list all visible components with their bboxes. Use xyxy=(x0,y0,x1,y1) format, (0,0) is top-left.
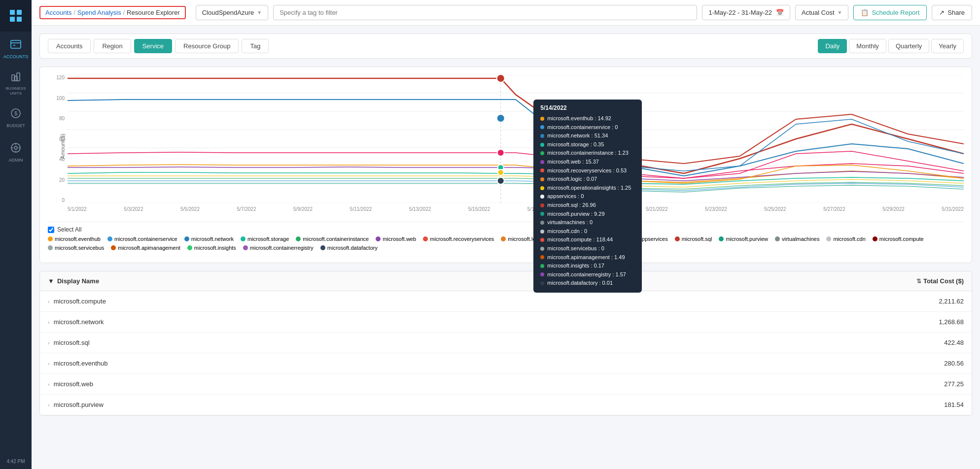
legend-item[interactable]: microsoft.compute xyxy=(873,236,924,242)
row-display-name: microsoft.eventhub xyxy=(54,360,108,367)
y-tick-20: 20 xyxy=(50,177,65,183)
legend-item[interactable]: microsoft.network xyxy=(184,236,234,242)
admin-icon xyxy=(10,142,21,156)
breadcrumb-accounts[interactable]: Accounts xyxy=(45,9,71,16)
legend-item-label: microsoft.eventhub xyxy=(55,236,101,242)
table-row[interactable]: › microsoft.eventhub 280.56 xyxy=(40,353,972,374)
row-display-name: microsoft.compute xyxy=(54,298,106,305)
expand-icon: › xyxy=(48,381,50,387)
x-label-3: 5/7/2022 xyxy=(237,206,256,212)
x-label-0: 5/1/2022 xyxy=(68,206,87,212)
tab-service[interactable]: Service xyxy=(134,39,172,53)
table-row[interactable]: › microsoft.web 277.25 xyxy=(40,374,972,395)
sidebar-item-accounts-label: ACCOUNTS xyxy=(3,54,29,59)
legend-color-dot xyxy=(187,245,192,250)
table-row[interactable]: › microsoft.network 1,268.68 xyxy=(40,312,972,333)
legend-item[interactable]: microsoft.recoveryservices xyxy=(423,236,494,242)
sidebar-item-business-units[interactable]: BUSINESS UNITS xyxy=(0,66,32,100)
share-button[interactable]: ↗ Share xyxy=(932,5,972,20)
tooltip-dot xyxy=(540,221,544,225)
tag-filter-input[interactable] xyxy=(273,5,697,20)
tooltip-service: microsoft.containerservice : 0 xyxy=(547,123,618,132)
legend-item[interactable]: microsoft.sql xyxy=(675,236,712,242)
row-cost: 422.48 xyxy=(944,339,964,346)
legend-item[interactable]: microsoft.cdn xyxy=(826,236,865,242)
period-monthly-button[interactable]: Monthly xyxy=(849,39,886,53)
period-yearly-button[interactable]: Yearly xyxy=(931,39,964,53)
chart-tooltip: 5/14/2022 microsoft.eventhub : 14.92 mic… xyxy=(533,100,642,293)
sidebar-item-accounts[interactable]: ACCOUNTS xyxy=(0,32,32,66)
sidebar: ACCOUNTS BUSINESS UNITS $ BUDGET xyxy=(0,0,32,469)
legend-item[interactable]: microsoft.containerinstance xyxy=(296,236,369,242)
tooltip-row: microsoft.storage : 0.35 xyxy=(540,140,635,149)
tooltip-service: microsoft.logic : 0.07 xyxy=(547,175,597,184)
x-label-4: 5/9/2022 xyxy=(293,206,313,212)
row-name: › microsoft.purview xyxy=(48,401,104,408)
svg-text:$: $ xyxy=(14,110,17,116)
legend-item[interactable]: microsoft.servicebus xyxy=(48,245,104,251)
data-table: ▼ Display Name ⇅ Total Cost ($) › micros… xyxy=(39,271,972,416)
legend-item[interactable]: virtualmachines xyxy=(775,236,819,242)
tooltip-service: microsoft.apimanagement : 1.49 xyxy=(547,253,625,262)
share-label: Share xyxy=(947,9,965,16)
table-rows: › microsoft.compute 2,211.62 › microsoft… xyxy=(40,291,972,415)
legend-item[interactable]: microsoft.purview xyxy=(719,236,768,242)
period-daily-button[interactable]: Daily xyxy=(818,39,847,53)
legend-item[interactable]: microsoft.insights xyxy=(187,245,236,251)
legend-select-all-checkbox[interactable] xyxy=(48,227,54,233)
legend-item-label: microsoft.sql xyxy=(682,236,712,242)
legend-color-dot xyxy=(48,236,53,241)
legend-item[interactable]: microsoft.datafactory xyxy=(320,245,378,251)
table-row[interactable]: › microsoft.sql 422.48 xyxy=(40,333,972,353)
account-selector-button[interactable]: CloudSpendAzure ▼ xyxy=(196,5,268,20)
row-cost: 181.54 xyxy=(944,401,964,408)
legend-items: microsoft.eventhub microsoft.containerse… xyxy=(48,236,964,251)
legend-item[interactable]: microsoft.apimanagement xyxy=(111,245,180,251)
breadcrumb-sep-1: / xyxy=(73,9,75,16)
tooltip-row: microsoft.servicebus : 0 xyxy=(540,244,635,253)
legend-color-dot xyxy=(241,236,245,241)
legend-item-label: microsoft.datafactory xyxy=(327,245,378,251)
row-cost: 280.56 xyxy=(944,360,964,367)
legend-item-label: microsoft.network xyxy=(191,236,234,242)
row-cost: 1,268.68 xyxy=(939,318,964,326)
tooltip-dot xyxy=(540,195,544,199)
table-row[interactable]: › microsoft.purview 181.54 xyxy=(40,395,972,415)
svg-rect-2 xyxy=(10,17,15,22)
sidebar-item-budget[interactable]: $ BUDGET xyxy=(0,100,32,135)
col-display-name-label: Display Name xyxy=(57,277,99,285)
y-tick-120: 120 xyxy=(50,75,65,80)
legend-item[interactable]: microsoft.web xyxy=(376,236,416,242)
tooltip-dot xyxy=(540,264,544,268)
legend-item[interactable]: microsoft.eventhub xyxy=(48,236,101,242)
legend-color-dot xyxy=(320,245,325,250)
tab-tag[interactable]: Tag xyxy=(242,39,269,53)
svg-point-31 xyxy=(498,169,504,175)
legend-color-dot xyxy=(243,245,248,250)
topbar: Accounts / Spend Analysis / Resource Exp… xyxy=(32,0,980,26)
tab-resource-group[interactable]: Resource Group xyxy=(175,39,239,53)
period-quarterly-button[interactable]: Quarterly xyxy=(888,39,929,53)
legend-item-label: microsoft.purview xyxy=(726,236,768,242)
schedule-report-button[interactable]: 📋 Schedule Report xyxy=(853,5,927,20)
legend-item[interactable]: microsoft.containerregistry xyxy=(243,245,314,251)
legend-color-dot xyxy=(107,236,112,241)
chart-area: Amount($) 120 100 80 60 40 20 0 xyxy=(68,75,964,218)
tooltip-service: virtualmachines : 0 xyxy=(547,218,593,227)
legend-item-label: microsoft.servicebus xyxy=(55,245,104,251)
tab-region[interactable]: Region xyxy=(94,39,131,53)
breadcrumb-resource-explorer: Resource Explorer xyxy=(127,9,180,16)
tooltip-row: microsoft.network : 51.34 xyxy=(540,132,635,140)
cost-type-button[interactable]: Actual Cost ▼ xyxy=(795,5,848,20)
tooltip-dot xyxy=(540,177,544,181)
legend-item[interactable]: microsoft.containerservice xyxy=(107,236,177,242)
legend-item[interactable]: microsoft.storage xyxy=(241,236,289,242)
breadcrumb-spend-analysis[interactable]: Spend Analysis xyxy=(77,9,121,16)
sidebar-item-admin[interactable]: ADMIN xyxy=(0,135,32,169)
tooltip-dot xyxy=(540,212,544,216)
expand-icon: › xyxy=(48,361,50,367)
table-row[interactable]: › microsoft.compute 2,211.62 xyxy=(40,291,972,312)
tab-accounts[interactable]: Accounts xyxy=(48,39,91,53)
date-range-button[interactable]: 1-May-22 - 31-May-22 📅 xyxy=(702,5,790,20)
business-units-icon xyxy=(10,71,21,84)
